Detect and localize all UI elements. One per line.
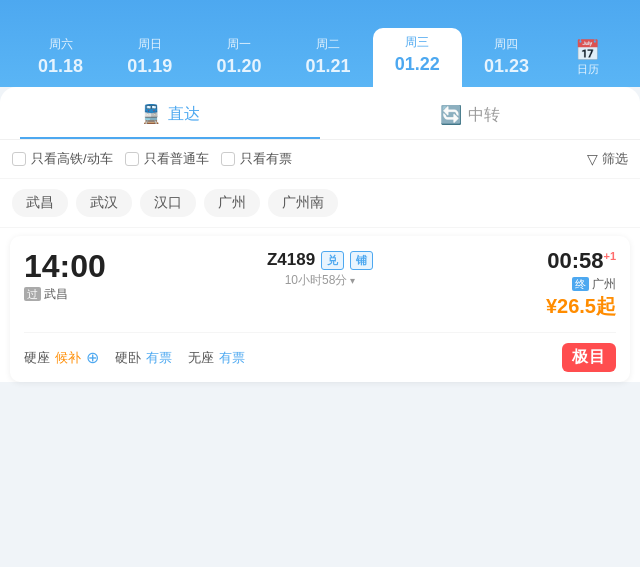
seat-status-yingwo: 有票 [146,349,172,367]
date-tab-thu[interactable]: 周四01.23 [462,30,551,87]
header: 周六01.18周日01.19周一01.20周二01.21周三01.22周四01.… [0,0,640,87]
date-tab-wed[interactable]: 周三01.22 [373,28,462,87]
filter-label: 只看有票 [240,150,292,168]
date-tab-tue[interactable]: 周二01.21 [284,30,373,87]
date-tab-sat[interactable]: 周六01.18 [16,30,105,87]
mode-tab-direct[interactable]: 🚆直达 [20,87,320,139]
checkbox-gaotie[interactable] [12,152,26,166]
depart-time: 14:00 [24,250,114,282]
seat-type-yingzuo: 硬座 [24,349,50,367]
filters-row: 只看高铁/动车只看普通车只看有票▽筛选 [0,140,640,179]
mode-tab-label: 直达 [168,104,200,125]
arrive-col: 00:58+1 终 广州 [547,250,616,293]
calendar-tab[interactable]: 📅 日历 [551,34,624,87]
calendar-label: 日历 [577,62,599,77]
price-area: ¥26.5起 [546,293,616,320]
main-content: 🚆直达🔄中转 只看高铁/动车只看普通车只看有票▽筛选 武昌武汉汉口广州广州南 1… [0,87,640,382]
checkbox-putong[interactable] [125,152,139,166]
add-queue-button[interactable]: ⊕ [86,348,99,367]
station-tag-guangzhounan[interactable]: 广州南 [268,189,338,217]
badge-exchange: 兑 [321,251,344,270]
station-tag-wuchang[interactable]: 武昌 [12,189,68,217]
train-number: Z4189 [267,250,315,270]
seat-row: 硬座 候补 ⊕ 硬卧 有票 无座 有票 极目 [24,332,616,372]
arrive-time: 00:58+1 [547,250,616,272]
transfer-icon: 🔄 [440,104,462,126]
filter-label: 只看高铁/动车 [31,150,113,168]
train-card[interactable]: 14:00 过 武昌 Z4189 兑 铺 10小时58分▾ 00:58+1 终 … [10,236,630,382]
seat-status-yingzuo: 候补 [55,349,81,367]
filter-ticket[interactable]: 只看有票 [221,150,292,168]
date-tab-sun[interactable]: 周日01.19 [105,30,194,87]
filter-putong[interactable]: 只看普通车 [125,150,209,168]
sort-label: 筛选 [602,150,628,168]
seat-yingwo: 硬卧 有票 [115,349,172,367]
seat-type-yingwo: 硬卧 [115,349,141,367]
depart-prefix-badge: 过 [24,287,41,301]
train-number-row: Z4189 兑 铺 [267,250,373,270]
badge-berth: 铺 [350,251,373,270]
arrive-prefix-badge: 终 [572,277,589,291]
filter-icon: ▽ [587,151,598,167]
depart-station: 过 武昌 [24,286,114,303]
seat-wuzuo: 无座 有票 [188,349,245,367]
mode-tabs: 🚆直达🔄中转 [0,87,640,140]
date-tabs: 周六01.18周日01.19周一01.20周二01.21周三01.22周四01.… [16,28,624,87]
station-tabs: 武昌武汉汉口广州广州南 [0,179,640,228]
mode-tab-transfer[interactable]: 🔄中转 [320,87,620,139]
calendar-icon: 📅 [575,40,600,60]
sort-filter-button[interactable]: ▽筛选 [587,150,628,168]
arrive-next-day: +1 [603,250,616,262]
seat-yingzuo: 硬座 候补 ⊕ [24,348,99,367]
train-info: Z4189 兑 铺 10小时58分▾ [114,250,526,289]
station-tag-wuhan[interactable]: 武汉 [76,189,132,217]
duration-arrow: ▾ [350,275,355,286]
date-tab-mon[interactable]: 周一01.20 [194,30,283,87]
station-tag-guangzhou[interactable]: 广州 [204,189,260,217]
price: ¥26.5起 [546,295,616,317]
seat-type-wuzuo: 无座 [188,349,214,367]
mode-tab-label: 中转 [468,105,500,126]
filter-label: 只看普通车 [144,150,209,168]
arrive-station: 终 广州 [572,276,616,293]
filter-gaotie[interactable]: 只看高铁/动车 [12,150,113,168]
logo-badge: 极目 [562,343,616,372]
right-col: 00:58+1 终 广州 ¥26.5起 [526,250,616,320]
seat-status-wuzuo: 有票 [219,349,245,367]
station-tag-hankou[interactable]: 汉口 [140,189,196,217]
checkbox-ticket[interactable] [221,152,235,166]
depart-col: 14:00 过 武昌 [24,250,114,303]
direct-icon: 🚆 [140,103,162,125]
train-top-row: 14:00 过 武昌 Z4189 兑 铺 10小时58分▾ 00:58+1 终 … [24,250,616,320]
duration: 10小时58分▾ [285,272,356,289]
